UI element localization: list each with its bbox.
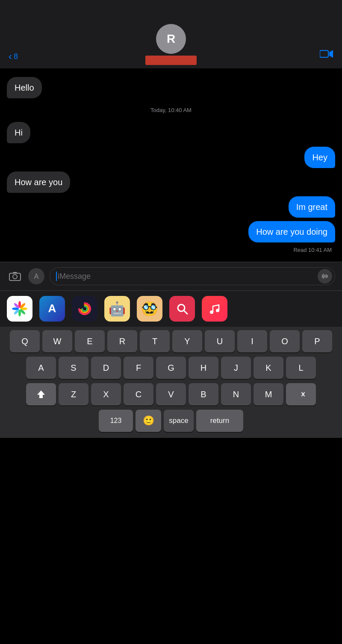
key-w[interactable]: W bbox=[42, 330, 72, 352]
appstore-icon[interactable]: A bbox=[39, 296, 65, 322]
header: ‹ 8 R bbox=[0, 0, 342, 68]
key-g[interactable]: G bbox=[156, 357, 186, 379]
keyboard-row-2: A S D F G H J K L bbox=[3, 357, 339, 379]
input-bar: A iMessage bbox=[0, 262, 342, 290]
key-p[interactable]: P bbox=[302, 330, 332, 352]
key-c[interactable]: C bbox=[124, 383, 153, 405]
key-z[interactable]: Z bbox=[59, 383, 88, 405]
websearch-icon[interactable] bbox=[169, 296, 195, 322]
key-n[interactable]: N bbox=[221, 383, 251, 405]
message-input-wrapper: iMessage bbox=[50, 267, 335, 285]
read-receipt: Read 10:41 AM bbox=[7, 247, 335, 253]
key-x[interactable]: X bbox=[91, 383, 121, 405]
bubble-sent: Hey bbox=[304, 147, 335, 168]
svg-point-27 bbox=[210, 310, 213, 314]
key-b[interactable]: B bbox=[189, 383, 218, 405]
bubble-received: Hello bbox=[7, 77, 42, 98]
back-button[interactable]: ‹ 8 bbox=[9, 51, 18, 62]
key-v[interactable]: V bbox=[156, 383, 186, 405]
message-input[interactable]: iMessage bbox=[50, 267, 335, 285]
bubble-received: How are you bbox=[7, 171, 70, 193]
contact-info: R bbox=[145, 24, 197, 65]
num-key[interactable]: 123 bbox=[99, 410, 133, 432]
memoji2-icon[interactable]: 🥸 bbox=[137, 296, 162, 322]
key-m[interactable]: M bbox=[254, 383, 283, 405]
keyboard-row-1: Q W E R T Y U I O P bbox=[3, 330, 339, 352]
key-q[interactable]: Q bbox=[10, 330, 40, 352]
key-s[interactable]: S bbox=[59, 357, 88, 379]
camera-button[interactable] bbox=[7, 268, 23, 284]
input-placeholder: iMessage bbox=[58, 272, 91, 281]
video-call-button[interactable] bbox=[320, 49, 333, 62]
keyboard-row-4: 123 🙂 space return bbox=[3, 410, 339, 432]
svg-text:A: A bbox=[48, 302, 56, 315]
memoji1-icon[interactable]: 🤖 bbox=[104, 296, 130, 322]
svg-point-28 bbox=[216, 309, 219, 312]
messages-area: Hello Today, 10:40 AM Hi Hey How are you… bbox=[0, 68, 342, 262]
svg-rect-9 bbox=[326, 274, 327, 278]
activity-icon[interactable] bbox=[72, 296, 97, 322]
message-row-1: Hello bbox=[7, 77, 335, 98]
bubble-sent: How are you doing bbox=[248, 221, 335, 242]
message-row-5: How are you bbox=[7, 171, 335, 193]
svg-text:A: A bbox=[34, 273, 39, 280]
svg-rect-8 bbox=[324, 275, 325, 278]
message-row-7: How are you doing bbox=[7, 221, 335, 242]
svg-rect-10 bbox=[327, 275, 328, 278]
avatar[interactable]: R bbox=[156, 24, 186, 54]
key-i[interactable]: I bbox=[237, 330, 267, 352]
key-o[interactable]: O bbox=[270, 330, 300, 352]
key-t[interactable]: T bbox=[140, 330, 170, 352]
key-u[interactable]: U bbox=[205, 330, 235, 352]
key-r[interactable]: R bbox=[107, 330, 137, 352]
svg-marker-29 bbox=[37, 390, 45, 398]
music-icon[interactable] bbox=[202, 296, 227, 322]
message-row-6: Im great bbox=[7, 196, 335, 218]
svg-point-3 bbox=[13, 275, 17, 279]
key-e[interactable]: E bbox=[75, 330, 105, 352]
key-y[interactable]: Y bbox=[172, 330, 202, 352]
photos-app-icon[interactable] bbox=[7, 296, 32, 322]
bubble-sent: Im great bbox=[289, 196, 335, 218]
shift-key[interactable] bbox=[26, 383, 56, 405]
key-k[interactable]: K bbox=[254, 357, 283, 379]
apps-button[interactable]: A bbox=[28, 268, 44, 284]
audio-record-button[interactable] bbox=[318, 269, 332, 284]
contact-name-bar bbox=[145, 56, 197, 65]
key-l[interactable]: L bbox=[286, 357, 316, 379]
key-d[interactable]: D bbox=[91, 357, 121, 379]
keyboard-row-3: Z X C V B N M bbox=[3, 383, 339, 405]
svg-line-26 bbox=[184, 310, 187, 314]
svg-rect-4 bbox=[13, 272, 17, 274]
key-f[interactable]: F bbox=[124, 357, 153, 379]
key-h[interactable]: H bbox=[189, 357, 218, 379]
key-j[interactable]: J bbox=[221, 357, 251, 379]
space-key[interactable]: space bbox=[164, 410, 194, 432]
message-row-4: Hey bbox=[7, 147, 335, 168]
bubble-received: Hi bbox=[7, 122, 30, 143]
return-key[interactable]: return bbox=[196, 410, 243, 432]
back-chevron-icon: ‹ bbox=[9, 51, 12, 62]
svg-marker-1 bbox=[329, 50, 333, 58]
key-a[interactable]: A bbox=[26, 357, 56, 379]
text-cursor bbox=[56, 272, 57, 281]
keyboard: Q W E R T Y U I O P A S D F G H J K L Z … bbox=[0, 327, 342, 438]
message-row-3: Hi bbox=[7, 122, 335, 143]
emoji-key[interactable]: 🙂 bbox=[136, 410, 161, 432]
svg-rect-6 bbox=[322, 275, 323, 278]
timestamp: Today, 10:40 AM bbox=[7, 107, 335, 113]
svg-rect-0 bbox=[320, 50, 328, 57]
delete-key[interactable] bbox=[286, 383, 316, 405]
back-badge-count: 8 bbox=[14, 52, 18, 61]
svg-rect-7 bbox=[323, 274, 324, 279]
app-icons-row: A 🤖 🥸 bbox=[0, 290, 342, 327]
